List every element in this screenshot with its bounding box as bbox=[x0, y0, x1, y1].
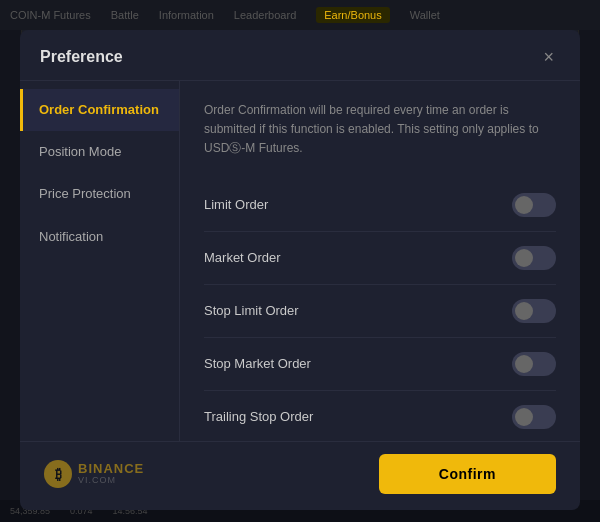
toggle-label-trailing-stop: Trailing Stop Order bbox=[204, 409, 313, 424]
bg-nav-bar: COIN-M Futures Battle Information Leader… bbox=[0, 0, 600, 30]
bg-left-panel bbox=[0, 30, 22, 522]
toggle-switch-limit[interactable] bbox=[512, 193, 556, 217]
toggle-switch-stop-market[interactable] bbox=[512, 352, 556, 376]
bg-nav-earn: Earn/Bonus bbox=[316, 7, 389, 23]
toggle-switch-trailing-stop[interactable] bbox=[512, 405, 556, 429]
sidebar: Order Confirmation Position Mode Price P… bbox=[20, 81, 180, 441]
modal-header: Preference × bbox=[20, 30, 580, 81]
brand-logo: ₿ BINANCE VI.COM bbox=[44, 460, 144, 488]
toggle-row-market: Market Order bbox=[204, 232, 556, 285]
bg-nav-battle: Battle bbox=[111, 9, 139, 21]
bg-nav-leader: Leaderboard bbox=[234, 9, 296, 21]
brand-text: BINANCE VI.COM bbox=[78, 462, 144, 486]
toggle-switch-stop-limit[interactable] bbox=[512, 299, 556, 323]
modal-footer: ₿ BINANCE VI.COM Confirm bbox=[20, 441, 580, 510]
content-description: Order Confirmation will be required ever… bbox=[204, 101, 556, 159]
confirm-button[interactable]: Confirm bbox=[379, 454, 556, 494]
toggle-label-limit: Limit Order bbox=[204, 197, 268, 212]
toggle-row-stop-limit: Stop Limit Order bbox=[204, 285, 556, 338]
bg-nav-futures: COIN-M Futures bbox=[10, 9, 91, 21]
bg-right-panel bbox=[578, 30, 600, 522]
sidebar-item-order-confirmation[interactable]: Order Confirmation bbox=[20, 89, 179, 131]
brand-name: BINANCE bbox=[78, 462, 144, 476]
preference-modal: Preference × Order Confirmation Position… bbox=[20, 30, 580, 510]
bg-nav-info: Information bbox=[159, 9, 214, 21]
sidebar-item-notification[interactable]: Notification bbox=[20, 216, 179, 258]
brand-icon: ₿ bbox=[44, 460, 72, 488]
toggle-label-market: Market Order bbox=[204, 250, 281, 265]
bg-nav-wallet: Wallet bbox=[410, 9, 440, 21]
toggle-row-limit: Limit Order bbox=[204, 179, 556, 232]
brand-sub: VI.COM bbox=[78, 476, 144, 486]
sidebar-item-price-protection[interactable]: Price Protection bbox=[20, 173, 179, 215]
sidebar-item-position-mode[interactable]: Position Mode bbox=[20, 131, 179, 173]
toggle-label-stop-market: Stop Market Order bbox=[204, 356, 311, 371]
toggle-label-stop-limit: Stop Limit Order bbox=[204, 303, 299, 318]
modal-title: Preference bbox=[40, 48, 123, 66]
toggle-row-trailing-stop: Trailing Stop Order bbox=[204, 391, 556, 441]
close-button[interactable]: × bbox=[537, 46, 560, 68]
toggle-row-stop-market: Stop Market Order bbox=[204, 338, 556, 391]
toggle-switch-market[interactable] bbox=[512, 246, 556, 270]
modal-body: Order Confirmation Position Mode Price P… bbox=[20, 81, 580, 441]
brand-b: B bbox=[78, 461, 88, 476]
content-area: Order Confirmation will be required ever… bbox=[180, 81, 580, 441]
